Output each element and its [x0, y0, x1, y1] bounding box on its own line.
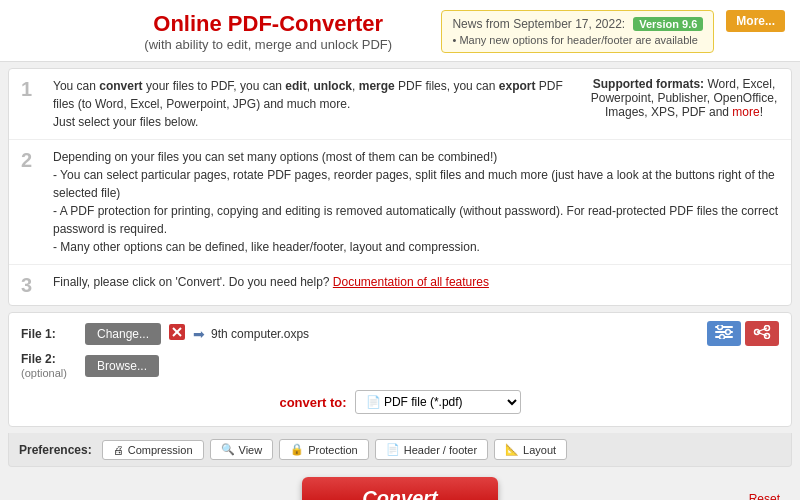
step-1-number: 1 — [21, 77, 45, 101]
header-footer-label: Header / footer — [404, 444, 477, 456]
change-button[interactable]: Change... — [85, 323, 161, 345]
pref-tab-compression[interactable]: 🖨 Compression — [102, 440, 204, 460]
svg-point-6 — [718, 325, 723, 330]
title-block: Online PDF-Converter (with ability to ed… — [144, 11, 392, 52]
convert-to-row: convert to: 📄 PDF file (*.pdf) Word Docu… — [21, 386, 779, 418]
file-type-icon: ➡ — [193, 326, 205, 342]
doc-link[interactable]: Documentation of all features — [333, 275, 489, 289]
step-3-content: Finally, please click on 'Convert'. Do y… — [53, 273, 779, 291]
compression-label: Compression — [128, 444, 193, 456]
file-settings-button[interactable] — [707, 321, 741, 346]
browse-button[interactable]: Browse... — [85, 355, 159, 377]
step-2: 2 Depending on your files you can set ma… — [9, 140, 791, 265]
protection-label: Protection — [308, 444, 358, 456]
delete-file-button[interactable] — [167, 324, 187, 344]
convert-to-label: convert to: — [279, 395, 346, 410]
news-box: News from September 17, 2022: Version 9.… — [441, 10, 714, 53]
pref-tab-view[interactable]: 🔍 View — [210, 439, 274, 460]
news-item-text: Many new options for header/footer are a… — [452, 34, 703, 46]
compression-icon: 🖨 — [113, 444, 124, 456]
view-label: View — [239, 444, 263, 456]
layout-label: Layout — [523, 444, 556, 456]
step-3: 3 Finally, please click on 'Convert'. Do… — [9, 265, 791, 305]
pref-tab-layout[interactable]: 📐 Layout — [494, 439, 567, 460]
convert-section: Convert Reset — [0, 467, 800, 500]
app-subtitle: (with ability to edit, merge and unlock … — [144, 37, 392, 52]
step-2-number: 2 — [21, 148, 45, 172]
more-formats-link[interactable]: more — [732, 105, 759, 119]
header-footer-icon: 📄 — [386, 443, 400, 456]
settings-icon — [715, 325, 733, 339]
layout-icon: 📐 — [505, 443, 519, 456]
protection-icon: 🔒 — [290, 443, 304, 456]
more-button[interactable]: More... — [726, 10, 785, 32]
pref-tab-header-footer[interactable]: 📄 Header / footer — [375, 439, 488, 460]
version-badge: Version 9.6 — [633, 17, 703, 31]
svg-point-8 — [720, 335, 725, 340]
pref-tab-protection[interactable]: 🔒 Protection — [279, 439, 369, 460]
delete-icon — [169, 324, 185, 340]
step-1-aside: Supported formats: Word, Excel,Powerpoin… — [579, 77, 779, 119]
file-share-button[interactable] — [745, 321, 779, 346]
file-1-label: File 1: — [21, 327, 79, 341]
file-action-icons — [707, 321, 779, 346]
share-icon — [753, 325, 771, 339]
file-2-row: File 2: (optional) Browse... — [21, 352, 779, 380]
header: Online PDF-Converter (with ability to ed… — [0, 0, 800, 62]
file-1-row: File 1: Change... ➡ 9th computer.oxps — [21, 321, 779, 346]
preferences-label: Preferences: — [19, 443, 92, 457]
svg-point-7 — [726, 330, 731, 335]
steps-section: 1 You can convert your files to PDF, you… — [8, 68, 792, 306]
step-2-content: Depending on your files you can set many… — [53, 148, 779, 256]
news-date-label: News from September 17, 2022: — [452, 17, 625, 31]
step-3-number: 3 — [21, 273, 45, 297]
view-icon: 🔍 — [221, 443, 235, 456]
file-2-label: File 2: (optional) — [21, 352, 79, 380]
convert-button[interactable]: Convert — [302, 477, 498, 500]
step-1: 1 You can convert your files to PDF, you… — [9, 69, 791, 140]
preferences-bar: Preferences: 🖨 Compression 🔍 View 🔒 Prot… — [8, 433, 792, 467]
file-1-name: 9th computer.oxps — [211, 327, 309, 341]
app-title: Online PDF-Converter — [144, 11, 392, 37]
format-select[interactable]: 📄 PDF file (*.pdf) Word Document (*.docx… — [355, 390, 521, 414]
step-1-content: You can convert your files to PDF, you c… — [53, 77, 579, 131]
reset-link[interactable]: Reset — [749, 492, 780, 501]
file-area: File 1: Change... ➡ 9th computer.oxps — [8, 312, 792, 427]
